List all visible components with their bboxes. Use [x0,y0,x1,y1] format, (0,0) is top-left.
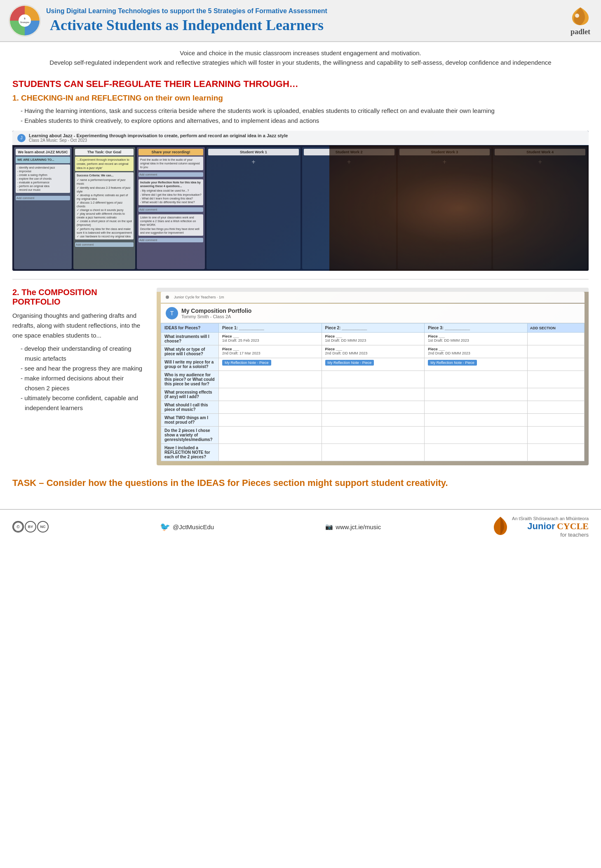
piece1-r1-date: 1st Draft: 25 Feb 2023 [222,338,318,343]
p1-r4 [219,371,322,388]
p1-r8 [219,427,322,444]
piece3-r3: My Reflection Note - Piece [425,358,528,371]
jazz-col-2: The Task: Our Goal '...Experiment throug… [73,147,135,269]
jazz-sw1-plus: + [208,158,299,166]
jct-logo-box: An tSraith Shóisearach an Mhúinteora Jun… [512,516,589,538]
portfolio-title-header: T My Composition Portfolio Tommy Smith -… [161,304,585,323]
portfolio-avatar: T [166,307,178,319]
jazz-col-1: We learn about JAZZ MUSIC WE ARE LEARNIN… [14,147,72,269]
idea-7: What TWO things am I most proud of? [161,414,219,427]
jazz-add-comment-3c: Add comment [139,238,203,242]
piece2-r1-date: 1st Draft: DD MMM 2023 [325,338,421,343]
jazz-col3-card2: Include your Reflection Note for this id… [139,179,203,205]
nc-icon: NC [37,521,49,533]
jazz-col1-subheader-text: WE ARE LEARNING TO... [17,158,54,162]
p2-r8 [322,427,425,444]
svg-text:©: © [16,525,20,529]
jazz-padlet-container: J Learning about Jazz - Experimenting th… [12,131,589,271]
jazz-col2-text: '...Experiment through improvisation to … [77,158,129,170]
jazz-sw1-header: Student Work 1 [208,149,299,155]
cc-icon: © [12,521,24,533]
jct-cycle-text: CYCLE [557,521,589,531]
piece1-r2: Piece ___ 2nd Draft: 17 Mar 2023 [219,345,322,358]
jazz-padlet-header: J Learning about Jazz - Experimenting th… [12,131,589,145]
jazz-col3-text2: Include your Reflection Note for this id… [140,181,201,188]
portfolio-title-block: My Composition Portfolio Tommy Smith - C… [181,307,251,319]
svg-text:Strategies: Strategies [20,21,30,23]
portfolio-wrapper: Junior Cycle for Teachers · 1m T My Comp… [157,292,589,465]
portfolio-row-9: Have I included a REFLECTION NOTE for ea… [161,444,585,461]
social-handle: @JctMusicEdu [173,523,214,530]
piece1-r1: Piece ___ 1st Draft: 25 Feb 2023 [219,333,322,345]
piece3-r1: Piece ___ 1st Draft: DD MMM 2023 [425,333,528,345]
footer-social: 🐦 @JctMusicEdu [160,522,214,532]
piece3-r1-line1: Piece ___ [428,334,524,338]
comp-bullet-2: see and hear the progress they are makin… [21,364,144,373]
jazz-col3-text3: Listen to one of your classmates work an… [140,216,196,226]
piece1-r2-line1: Piece ___ [222,347,318,351]
p2-r9 [322,444,425,461]
piece3-r2-line1: Piece ___ [428,347,524,351]
task-heading: TASK – Consider how the questions in the… [12,478,589,488]
jct-logo-leaf [492,516,509,536]
jazz-bg-photo [329,145,589,271]
jazz-stars-wish: Describe two things you think they have … [140,228,202,235]
portfolio-row-4: Who is my audience for this piece? or Wh… [161,371,585,388]
jazz-col-3: Share your recording! Post the audio or … [137,147,205,269]
reflection-badge-3: My Reflection Note - Piece [428,360,477,366]
p2-r5 [322,388,425,401]
jazz-questions: - My original idea could be used for...?… [140,189,202,204]
jazz-col1-subheader: WE ARE LEARNING TO... [16,157,70,163]
idea-8: Do the 2 pieces I chose show a variety o… [161,427,219,444]
add-section-btn[interactable]: ADD SECTION [527,324,584,333]
idea-5: What processing effects (if any) will I … [161,388,219,401]
idea-4: Who is my audience for this piece? or Wh… [161,371,219,388]
jazz-col2-content: '...Experiment through improvisation to … [75,157,134,171]
jct-logo-line: Junior CYCLE [512,521,589,532]
composition-heading: 2. The COMPOSITION PORTFOLIO [12,288,144,307]
jct-leaf-icon [492,516,509,538]
jazz-padlet-title-block: Learning about Jazz - Experimenting thro… [29,133,288,143]
portfolio-header: Junior Cycle for Teachers · 1m [161,292,585,303]
jazz-col3-card1: Post the audio or link to the audio of y… [139,157,203,170]
jazz-col1-items: - identify and understand jazz - improvi… [16,164,70,193]
jazz-padlet-avatar: J [17,134,26,142]
padlet-logo: padlet [568,5,593,36]
p2-r6 [322,401,425,414]
section1-bullets: Having the learning intentions, task and… [21,106,589,126]
portfolio-row-8: Do the 2 pieces I chose show a variety o… [161,427,585,444]
jazz-padlet-mockup: J Learning about Jazz - Experimenting th… [12,131,589,271]
extra-r2 [527,345,584,358]
jazz-item-6: - perform an original idea [17,184,68,188]
jazz-col1-header: We learn about JAZZ MUSIC [16,149,70,155]
idea-2: What style or type of piece will I choos… [161,345,219,358]
jazz-col-4: Student Work 1 + [207,147,300,269]
jazz-add-comment-2: Add comment [75,242,134,247]
jazz-item-2: - improvise [17,169,68,173]
reflection-badge-1: My Reflection Note - Piece [222,360,271,366]
header-subtitle: Using Digital Learning Technologies to s… [46,7,327,15]
section-divider [12,279,589,279]
portfolio-row-1: What instruments will I choose? Piece __… [161,333,585,345]
col-piece1-header: Piece 1: ___________ [219,324,322,333]
portfolio-row-5: What processing effects (if any) will I … [161,388,585,401]
composition-bullets: develop their understanding of creating … [21,344,144,413]
jazz-success-header: Success Criteria: We can... [77,174,113,177]
piece1-r2-date: 2nd Draft: 17 Mar 2023 [222,351,318,355]
portfolio-title: My Composition Portfolio [181,307,251,314]
jazz-item-7: - record our music [17,188,68,192]
footer-website: 📷 www.jct.ie/music [325,523,381,530]
p1-r9 [219,444,322,461]
pie-chart-icon: 5 Strategies [8,4,41,37]
extra-r4 [527,371,584,388]
jazz-col3-header: Share your recording! [139,149,203,155]
col-ideas-header: IDEAS for Pieces? [161,324,219,333]
header: 5 Strategies Using Digital Learning Tech… [0,0,601,42]
jct-small-text: An tSraith Shóisearach an Mhúinteora [512,516,589,521]
footer: © BY NC 🐦 @JctMusicEdu 📷 www.jct.ie/musi… [0,509,601,544]
portfolio-table: IDEAS for Pieces? Piece 1: ___________ P… [161,323,585,461]
jazz-item-1: - identify and understand jazz [17,166,68,169]
composition-left: 2. The COMPOSITION PORTFOLIO Organising … [12,288,144,465]
comp-bullet-1: develop their understanding of creating … [21,344,144,364]
portfolio-row-6: What should I call this piece of music? [161,401,585,414]
